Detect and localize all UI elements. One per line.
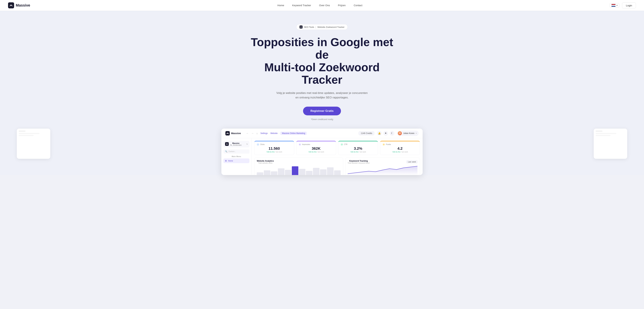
chart-bar bbox=[271, 171, 278, 175]
stat-positie: ★ Positie 4.2 +460 (6.4%) • last week bbox=[380, 141, 420, 155]
search-placeholder: Zoeken... bbox=[228, 150, 236, 152]
ctr-change: +460 (6.4%) • last week bbox=[340, 151, 376, 153]
positie-icon: ★ bbox=[382, 143, 385, 146]
dash-back-button[interactable]: ← bbox=[246, 132, 248, 135]
analytics-subtitle: Total website clicks bbox=[257, 162, 274, 164]
sidebar-home-label: Home bbox=[228, 160, 233, 162]
chart-bar bbox=[320, 169, 326, 175]
nav-prijzen[interactable]: Prijzen bbox=[338, 4, 346, 7]
chart-bar bbox=[313, 168, 320, 175]
positie-label: Positie bbox=[386, 144, 391, 145]
hero-subtitle: Volg je website posities met real-time u… bbox=[275, 91, 369, 100]
impressies-icon: ● bbox=[299, 143, 301, 146]
main-dashboard: Massive ← → ⌂ Settings › Website › Massi… bbox=[221, 128, 422, 175]
stat-impressies: ● Impressies 362K +460 (6.4%) • last wee… bbox=[296, 141, 336, 155]
org-sub: NL, Amsterdam bbox=[230, 144, 242, 146]
org-icon bbox=[225, 142, 229, 146]
dash-home-icon: ⌂ bbox=[256, 132, 258, 135]
stats-row: ↑ Clicks 11.560 +460 (6.4%) • last week bbox=[254, 141, 420, 155]
ctr-value: 3.2% bbox=[340, 146, 376, 151]
navbar: Massive Home Keyword Tracker Over Ons Pr… bbox=[0, 0, 644, 11]
stat-clicks: ↑ Clicks 11.560 +460 (6.4%) • last week bbox=[254, 141, 294, 155]
language-selector[interactable]: ▾ bbox=[610, 3, 619, 8]
logo: Massive bbox=[8, 2, 30, 8]
menu-label: Main Menu bbox=[224, 156, 250, 158]
bottom-row: Website Analytics Total website clicks bbox=[254, 158, 420, 175]
analytics-title: Website Analytics bbox=[257, 160, 274, 162]
clicks-icon: ↑ bbox=[257, 143, 259, 146]
chart-bar bbox=[299, 169, 306, 175]
breadcrumb-logo-icon bbox=[300, 26, 302, 28]
keyword-subtitle: Total website's keyword trend bbox=[348, 162, 370, 164]
keyword-card: Keywoord Tracking Total website's keywor… bbox=[345, 158, 420, 175]
login-button[interactable]: Login bbox=[622, 2, 636, 8]
side-card-right bbox=[594, 128, 627, 159]
nav-home[interactable]: Home bbox=[278, 4, 284, 7]
dash-logo: Massive bbox=[226, 131, 241, 136]
impressies-label: Impressies bbox=[302, 144, 310, 145]
hero-note: *Geen creditcard nodig bbox=[3, 118, 641, 120]
breadcrumb-page: Website Zoekwoord Tracker bbox=[317, 26, 344, 28]
nav-contact[interactable]: Contact bbox=[354, 4, 362, 7]
clicks-label: Clicks bbox=[260, 144, 265, 145]
ctr-icon: ↗ bbox=[340, 143, 343, 146]
analytics-chart bbox=[257, 165, 340, 175]
side-card-left bbox=[17, 128, 50, 159]
dashboard-navbar: Massive ← → ⌂ Settings › Website › Massi… bbox=[221, 128, 422, 138]
logo-icon bbox=[8, 2, 14, 8]
dash-breadcrumb: Settings › Website › Massive Online Mark… bbox=[260, 132, 307, 135]
main-nav: Home Keyword Tracker Over Ons Prijzen Co… bbox=[278, 4, 362, 7]
sun-icon[interactable]: ☀ bbox=[384, 131, 388, 136]
chart-bar bbox=[334, 170, 340, 175]
breadcrumb-sep: | bbox=[316, 26, 316, 28]
chart-bar bbox=[327, 167, 334, 175]
breadcrumb-seo: SEO Tools bbox=[304, 26, 314, 28]
user-avatar: JK bbox=[398, 131, 402, 135]
dashboard-preview: Massive ← → ⌂ Settings › Website › Massi… bbox=[3, 128, 641, 175]
stat-ctr: ↗ CTR 3.2% +460 (6.4%) • last week bbox=[338, 141, 378, 155]
org-info: Massive NL, Amsterdam bbox=[225, 142, 242, 146]
nav-over-ons[interactable]: Over Ons bbox=[319, 4, 330, 7]
credits-badge: 1146 Credits bbox=[358, 131, 374, 135]
chart-bar bbox=[306, 171, 312, 175]
chart-bar bbox=[278, 168, 284, 175]
hero-title: Topposities in Google met de Multi-tool … bbox=[246, 36, 398, 86]
keyword-trend-chart bbox=[348, 165, 418, 175]
chart-bar bbox=[285, 170, 292, 175]
org-name: Massive bbox=[230, 142, 242, 144]
sidebar-search[interactable]: 🔍 Zoeken... bbox=[224, 150, 250, 154]
register-button[interactable]: Registreer Gratis bbox=[303, 107, 341, 115]
search-icon: 🔍 bbox=[225, 150, 228, 152]
chart-bar bbox=[264, 170, 270, 175]
breadcrumb-website: Website bbox=[270, 132, 278, 134]
dash-main-content: ↑ Clicks 11.560 +460 (6.4%) • last week bbox=[252, 138, 422, 175]
last-week-filter[interactable]: Last: week bbox=[406, 160, 418, 163]
nav-keyword-tracker[interactable]: Keyword Tracker bbox=[292, 4, 311, 7]
breadcrumb-settings: Settings bbox=[260, 132, 268, 134]
positie-value: 4.2 bbox=[382, 146, 418, 151]
flag-nl-icon bbox=[612, 4, 616, 7]
dash-logo-icon bbox=[226, 131, 230, 136]
navbar-right: ▾ Login bbox=[610, 2, 636, 8]
positie-change: +460 (6.4%) • last week bbox=[382, 151, 418, 153]
moon-icon[interactable]: ☾ bbox=[390, 131, 394, 136]
bell-icon[interactable]: 🔔 bbox=[377, 131, 382, 136]
dash-nav-right: 1146 Credits 🔔 ☀ ☾ JK Julian Koren ▾ bbox=[358, 130, 418, 136]
hero-section: SEO Tools | Website Zoekwoord Tracker To… bbox=[0, 11, 644, 175]
keyword-card-header: Keywoord Tracking Total website's keywor… bbox=[348, 160, 418, 164]
home-icon: ⊞ bbox=[225, 160, 227, 162]
dash-sidebar: Massive NL, Amsterdam ⇅ 🔍 Zoeken... Main… bbox=[221, 138, 252, 175]
user-name: Julian Koren bbox=[403, 132, 414, 134]
chevron-icon: ⇅ bbox=[246, 143, 248, 145]
org-selector[interactable]: Massive NL, Amsterdam ⇅ bbox=[224, 141, 250, 147]
analytics-card-header: Website Analytics Total website clicks bbox=[257, 160, 340, 164]
user-pill[interactable]: JK Julian Koren ▾ bbox=[397, 130, 418, 136]
breadcrumb: SEO Tools | Website Zoekwoord Tracker bbox=[296, 24, 348, 30]
dash-forward-button[interactable]: → bbox=[251, 132, 254, 135]
chart-bar bbox=[292, 166, 298, 175]
breadcrumb-active: Massive Online Marketing bbox=[280, 132, 307, 135]
sidebar-item-home[interactable]: ⊞ Home bbox=[224, 158, 250, 163]
chart-bar bbox=[257, 172, 263, 175]
clicks-value: 11.560 bbox=[257, 146, 292, 151]
dash-icons: 🔔 ☀ ☾ bbox=[377, 131, 394, 136]
